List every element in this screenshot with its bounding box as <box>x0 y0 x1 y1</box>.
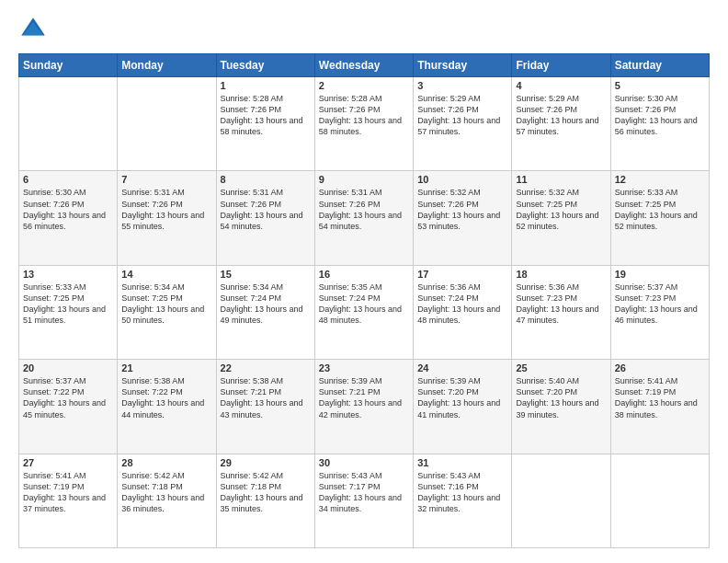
table-row: 8Sunrise: 5:31 AM Sunset: 7:26 PM Daylig… <box>216 171 314 265</box>
day-number: 16 <box>319 269 409 280</box>
table-row <box>610 454 709 547</box>
table-row: 18Sunrise: 5:36 AM Sunset: 7:23 PM Dayli… <box>512 265 610 359</box>
table-row: 28Sunrise: 5:42 AM Sunset: 7:18 PM Dayli… <box>118 454 216 547</box>
calendar-week-row: 1Sunrise: 5:28 AM Sunset: 7:26 PM Daylig… <box>19 77 710 171</box>
table-row: 2Sunrise: 5:28 AM Sunset: 7:26 PM Daylig… <box>314 77 413 171</box>
col-saturday: Saturday <box>610 54 709 77</box>
table-row: 31Sunrise: 5:43 AM Sunset: 7:16 PM Dayli… <box>414 454 512 547</box>
calendar-header-row: Sunday Monday Tuesday Wednesday Thursday… <box>19 54 710 77</box>
day-info: Sunrise: 5:43 AM Sunset: 7:17 PM Dayligh… <box>319 470 409 515</box>
day-number: 13 <box>23 269 113 280</box>
day-info: Sunrise: 5:42 AM Sunset: 7:18 PM Dayligh… <box>121 470 211 515</box>
header <box>18 15 710 44</box>
day-info: Sunrise: 5:31 AM Sunset: 7:26 PM Dayligh… <box>319 187 409 232</box>
day-number: 9 <box>319 174 409 185</box>
table-row: 9Sunrise: 5:31 AM Sunset: 7:26 PM Daylig… <box>314 171 413 265</box>
day-number: 4 <box>516 80 606 91</box>
table-row: 24Sunrise: 5:39 AM Sunset: 7:20 PM Dayli… <box>414 360 512 454</box>
table-row: 25Sunrise: 5:40 AM Sunset: 7:20 PM Dayli… <box>512 360 610 454</box>
table-row: 20Sunrise: 5:37 AM Sunset: 7:22 PM Dayli… <box>19 360 118 454</box>
table-row: 19Sunrise: 5:37 AM Sunset: 7:23 PM Dayli… <box>610 265 709 359</box>
day-number: 2 <box>319 80 409 91</box>
day-number: 26 <box>615 362 705 373</box>
day-info: Sunrise: 5:33 AM Sunset: 7:25 PM Dayligh… <box>615 187 705 232</box>
table-row: 12Sunrise: 5:33 AM Sunset: 7:25 PM Dayli… <box>610 171 709 265</box>
day-info: Sunrise: 5:40 AM Sunset: 7:20 PM Dayligh… <box>516 375 606 420</box>
day-info: Sunrise: 5:39 AM Sunset: 7:20 PM Dayligh… <box>417 375 507 420</box>
day-info: Sunrise: 5:33 AM Sunset: 7:25 PM Dayligh… <box>23 282 113 327</box>
day-info: Sunrise: 5:28 AM Sunset: 7:26 PM Dayligh… <box>221 93 311 138</box>
day-info: Sunrise: 5:41 AM Sunset: 7:19 PM Dayligh… <box>23 470 113 515</box>
day-number: 6 <box>23 174 113 185</box>
day-number: 8 <box>221 174 311 185</box>
calendar-week-row: 13Sunrise: 5:33 AM Sunset: 7:25 PM Dayli… <box>19 265 710 359</box>
table-row: 5Sunrise: 5:30 AM Sunset: 7:26 PM Daylig… <box>610 77 709 171</box>
logo <box>18 15 53 44</box>
day-number: 1 <box>221 80 311 91</box>
table-row: 29Sunrise: 5:42 AM Sunset: 7:18 PM Dayli… <box>216 454 314 547</box>
day-number: 28 <box>121 457 211 468</box>
day-info: Sunrise: 5:34 AM Sunset: 7:24 PM Dayligh… <box>221 282 311 327</box>
day-info: Sunrise: 5:32 AM Sunset: 7:25 PM Dayligh… <box>516 187 606 232</box>
day-info: Sunrise: 5:31 AM Sunset: 7:26 PM Dayligh… <box>121 187 211 232</box>
calendar-week-row: 27Sunrise: 5:41 AM Sunset: 7:19 PM Dayli… <box>19 454 710 547</box>
day-info: Sunrise: 5:30 AM Sunset: 7:26 PM Dayligh… <box>615 93 705 138</box>
table-row: 4Sunrise: 5:29 AM Sunset: 7:26 PM Daylig… <box>512 77 610 171</box>
day-number: 22 <box>221 362 311 373</box>
day-number: 14 <box>121 269 211 280</box>
day-number: 12 <box>615 174 705 185</box>
day-info: Sunrise: 5:43 AM Sunset: 7:16 PM Dayligh… <box>417 470 507 515</box>
day-info: Sunrise: 5:38 AM Sunset: 7:22 PM Dayligh… <box>121 375 211 420</box>
table-row: 7Sunrise: 5:31 AM Sunset: 7:26 PM Daylig… <box>118 171 216 265</box>
table-row: 30Sunrise: 5:43 AM Sunset: 7:17 PM Dayli… <box>314 454 413 547</box>
day-number: 17 <box>417 269 507 280</box>
table-row: 23Sunrise: 5:39 AM Sunset: 7:21 PM Dayli… <box>314 360 413 454</box>
day-info: Sunrise: 5:38 AM Sunset: 7:21 PM Dayligh… <box>221 375 311 420</box>
col-wednesday: Wednesday <box>314 54 413 77</box>
table-row: 16Sunrise: 5:35 AM Sunset: 7:24 PM Dayli… <box>314 265 413 359</box>
day-info: Sunrise: 5:37 AM Sunset: 7:22 PM Dayligh… <box>23 375 113 420</box>
col-friday: Friday <box>512 54 610 77</box>
day-number: 3 <box>417 80 507 91</box>
day-number: 7 <box>121 174 211 185</box>
table-row <box>19 77 118 171</box>
table-row: 11Sunrise: 5:32 AM Sunset: 7:25 PM Dayli… <box>512 171 610 265</box>
day-number: 15 <box>221 269 311 280</box>
day-info: Sunrise: 5:28 AM Sunset: 7:26 PM Dayligh… <box>319 93 409 138</box>
table-row: 1Sunrise: 5:28 AM Sunset: 7:26 PM Daylig… <box>216 77 314 171</box>
day-info: Sunrise: 5:32 AM Sunset: 7:26 PM Dayligh… <box>417 187 507 232</box>
table-row: 10Sunrise: 5:32 AM Sunset: 7:26 PM Dayli… <box>414 171 512 265</box>
table-row: 6Sunrise: 5:30 AM Sunset: 7:26 PM Daylig… <box>19 171 118 265</box>
table-row: 27Sunrise: 5:41 AM Sunset: 7:19 PM Dayli… <box>19 454 118 547</box>
day-info: Sunrise: 5:31 AM Sunset: 7:26 PM Dayligh… <box>221 187 311 232</box>
page: Sunday Monday Tuesday Wednesday Thursday… <box>0 0 728 563</box>
day-info: Sunrise: 5:42 AM Sunset: 7:18 PM Dayligh… <box>221 470 311 515</box>
table-row: 13Sunrise: 5:33 AM Sunset: 7:25 PM Dayli… <box>19 265 118 359</box>
col-tuesday: Tuesday <box>216 54 314 77</box>
day-info: Sunrise: 5:35 AM Sunset: 7:24 PM Dayligh… <box>319 282 409 327</box>
logo-icon <box>18 15 48 44</box>
table-row <box>512 454 610 547</box>
day-info: Sunrise: 5:29 AM Sunset: 7:26 PM Dayligh… <box>516 93 606 138</box>
day-info: Sunrise: 5:36 AM Sunset: 7:23 PM Dayligh… <box>516 282 606 327</box>
col-monday: Monday <box>118 54 216 77</box>
day-number: 21 <box>121 362 211 373</box>
day-number: 27 <box>23 457 113 468</box>
calendar-table: Sunday Monday Tuesday Wednesday Thursday… <box>18 53 710 548</box>
day-number: 25 <box>516 362 606 373</box>
table-row: 3Sunrise: 5:29 AM Sunset: 7:26 PM Daylig… <box>414 77 512 171</box>
day-number: 23 <box>319 362 409 373</box>
day-number: 30 <box>319 457 409 468</box>
day-number: 18 <box>516 269 606 280</box>
day-number: 11 <box>516 174 606 185</box>
table-row: 14Sunrise: 5:34 AM Sunset: 7:25 PM Dayli… <box>118 265 216 359</box>
day-number: 10 <box>417 174 507 185</box>
day-number: 20 <box>23 362 113 373</box>
col-sunday: Sunday <box>19 54 118 77</box>
day-number: 29 <box>221 457 311 468</box>
day-info: Sunrise: 5:37 AM Sunset: 7:23 PM Dayligh… <box>615 282 705 327</box>
day-number: 5 <box>615 80 705 91</box>
table-row: 17Sunrise: 5:36 AM Sunset: 7:24 PM Dayli… <box>414 265 512 359</box>
day-info: Sunrise: 5:30 AM Sunset: 7:26 PM Dayligh… <box>23 187 113 232</box>
calendar-week-row: 20Sunrise: 5:37 AM Sunset: 7:22 PM Dayli… <box>19 360 710 454</box>
